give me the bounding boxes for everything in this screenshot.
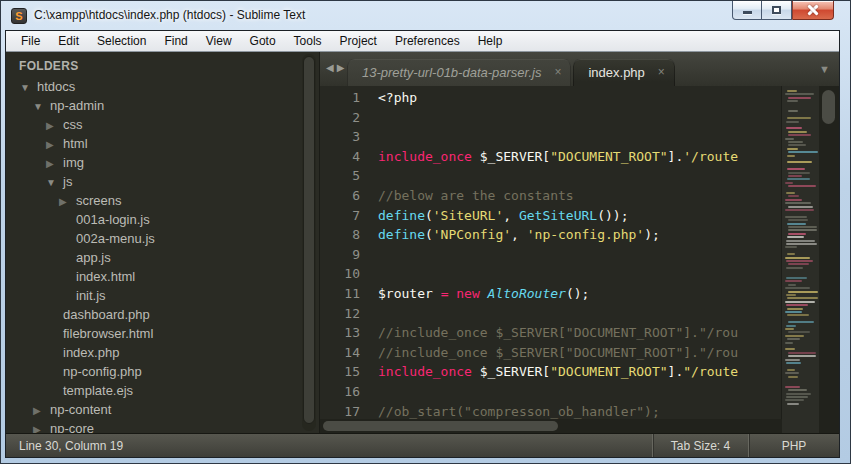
minimap-line bbox=[788, 226, 817, 228]
code-line-4[interactable]: 4include_once $_SERVER["DOCUMENT_ROOT"].… bbox=[320, 147, 839, 167]
code-line-5[interactable]: 5 bbox=[320, 166, 839, 186]
code-line-16[interactable]: 16 bbox=[320, 382, 839, 402]
editor-vscroll-thumb[interactable] bbox=[822, 90, 835, 124]
folder-closed-icon[interactable]: ▶ bbox=[46, 154, 63, 173]
window-frame: FileEditSelectionFindViewGotoToolsProjec… bbox=[5, 30, 840, 458]
minimap-line bbox=[788, 172, 810, 174]
code-token: ( bbox=[425, 227, 433, 242]
tab-nav-right-icon[interactable]: ▶ bbox=[337, 62, 348, 73]
tree-folder-np-admin[interactable]: ▼np-admin bbox=[6, 96, 319, 115]
code-token: include_once bbox=[378, 364, 472, 379]
code-line-11[interactable]: 11$router = new AltoRouter(); bbox=[320, 284, 839, 304]
menu-project[interactable]: Project bbox=[331, 31, 386, 51]
folder-closed-icon[interactable]: ▶ bbox=[46, 135, 63, 154]
tab-index.php[interactable]: index.php× bbox=[573, 59, 674, 86]
tree-file-002a-menu.js[interactable]: 002a-menu.js bbox=[6, 229, 319, 248]
close-button[interactable] bbox=[792, 1, 834, 20]
tab-13-pretty-url-01b-data-parser.js[interactable]: 13-pretty-url-01b-data-parser.js× bbox=[347, 59, 571, 86]
code-line-10[interactable]: 10 bbox=[320, 264, 839, 284]
minimap-line bbox=[785, 359, 800, 361]
tree-folder-css[interactable]: ▶css bbox=[6, 115, 319, 134]
tree-file-dashboard.php[interactable]: dashboard.php bbox=[6, 305, 319, 324]
code-token: "DOCUMENT_ROOT" bbox=[550, 364, 667, 379]
code-line-2[interactable]: 2 bbox=[320, 108, 839, 128]
tree-folder-np-core[interactable]: ▶np-core bbox=[6, 419, 319, 433]
cursor-position: Line 30, Column 19 bbox=[6, 439, 123, 453]
code-line-6[interactable]: 6//below are the constants bbox=[320, 186, 839, 206]
editor-horizontal-scrollbar[interactable] bbox=[320, 419, 782, 433]
code-token: , bbox=[503, 208, 519, 223]
tree-folder-img[interactable]: ▶img bbox=[6, 153, 319, 172]
tree-file-index.html[interactable]: index.html bbox=[6, 267, 319, 286]
tree-folder-htdocs[interactable]: ▼htdocs bbox=[6, 77, 319, 96]
maximize-button[interactable] bbox=[762, 1, 792, 20]
menu-selection[interactable]: Selection bbox=[88, 31, 155, 51]
syntax-indicator[interactable]: PHP bbox=[749, 439, 839, 453]
code-line-1[interactable]: 1<?php bbox=[320, 88, 839, 108]
code-line-14[interactable]: 14//include_once $_SERVER["DOCUMENT_ROOT… bbox=[320, 343, 839, 363]
line-number: 3 bbox=[320, 127, 360, 147]
tree-folder-np-content[interactable]: ▶np-content bbox=[6, 400, 319, 419]
code-token: $_SERVER[ bbox=[472, 149, 550, 164]
tree-item-label: 001a-login.js bbox=[76, 212, 150, 227]
minimap-line bbox=[786, 260, 813, 262]
code-line-13[interactable]: 13//include_once $_SERVER["DOCUMENT_ROOT… bbox=[320, 323, 839, 343]
tree-folder-html[interactable]: ▶html bbox=[6, 134, 319, 153]
menu-tools[interactable]: Tools bbox=[285, 31, 331, 51]
tree-item-label: css bbox=[63, 117, 83, 132]
tree-file-app.js[interactable]: app.js bbox=[6, 248, 319, 267]
code-line-15[interactable]: 15include_once $_SERVER["DOCUMENT_ROOT"]… bbox=[320, 362, 839, 382]
code-line-7[interactable]: 7define('SiteURL', GetSiteURL()); bbox=[320, 206, 839, 226]
sidebar-scrollbar-thumb[interactable] bbox=[303, 56, 315, 424]
tree-file-index.php[interactable]: index.php bbox=[6, 343, 319, 362]
tab-nav-left-icon[interactable]: ◀ bbox=[326, 62, 337, 73]
tab-close-icon[interactable]: × bbox=[658, 59, 665, 86]
menu-find[interactable]: Find bbox=[155, 31, 196, 51]
tree-item-label: np-admin bbox=[50, 98, 104, 113]
folder-closed-icon[interactable]: ▶ bbox=[59, 192, 76, 211]
tree-folder-js[interactable]: ▼js bbox=[6, 172, 319, 191]
tree-file-001a-login.js[interactable]: 001a-login.js bbox=[6, 210, 319, 229]
tree-folder-screens[interactable]: ▶screens bbox=[6, 191, 319, 210]
titlebar[interactable]: S C:\xampp\htdocs\index.php (htdocs) - S… bbox=[1, 1, 850, 30]
minimap-line bbox=[788, 321, 814, 323]
editor-vertical-scrollbar[interactable] bbox=[819, 86, 839, 433]
menu-goto[interactable]: Goto bbox=[241, 31, 285, 51]
minimap-line bbox=[788, 291, 818, 293]
minimap-line bbox=[786, 127, 802, 129]
tab-size-indicator[interactable]: Tab Size: 4 bbox=[653, 439, 748, 453]
editor-hscroll-thumb[interactable] bbox=[323, 421, 558, 431]
menu-file[interactable]: File bbox=[12, 31, 49, 51]
tab-close-icon[interactable]: × bbox=[554, 59, 561, 86]
tab-nav-arrows[interactable]: ◀▶ bbox=[326, 62, 347, 73]
folder-open-icon[interactable]: ▼ bbox=[20, 78, 37, 97]
folder-closed-icon[interactable]: ▶ bbox=[33, 420, 50, 433]
code-pane[interactable]: 1<?php234include_once $_SERVER["DOCUMENT… bbox=[320, 86, 839, 433]
folder-closed-icon[interactable]: ▶ bbox=[33, 401, 50, 420]
tree-file-np-config.php[interactable]: np-config.php bbox=[6, 362, 319, 381]
menu-view[interactable]: View bbox=[197, 31, 241, 51]
tree-file-init.js[interactable]: init.js bbox=[6, 286, 319, 305]
code-line-9[interactable]: 9 bbox=[320, 245, 839, 265]
code-token: //include_once $_SERVER["DOCUMENT_ROOT"]… bbox=[378, 325, 738, 340]
minimap-line bbox=[787, 314, 809, 316]
folder-open-icon[interactable]: ▼ bbox=[46, 173, 63, 192]
folder-open-icon[interactable]: ▼ bbox=[33, 97, 50, 116]
minimize-button[interactable] bbox=[732, 1, 762, 20]
code-token: //include_once $_SERVER["DOCUMENT_ROOT"]… bbox=[378, 345, 738, 360]
tab-overflow-icon[interactable]: ▼ bbox=[819, 63, 830, 75]
menu-bar: FileEditSelectionFindViewGotoToolsProjec… bbox=[6, 31, 839, 52]
code-line-3[interactable]: 3 bbox=[320, 127, 839, 147]
menu-help[interactable]: Help bbox=[469, 31, 512, 51]
tree-file-template.ejs[interactable]: template.ejs bbox=[6, 381, 319, 400]
menu-edit[interactable]: Edit bbox=[49, 31, 88, 51]
minimap-line bbox=[785, 209, 814, 211]
code-line-8[interactable]: 8define('NPConfig', 'np-config.php'); bbox=[320, 225, 839, 245]
tree-file-filebrowser.html[interactable]: filebrowser.html bbox=[6, 324, 319, 343]
minimap-line bbox=[785, 311, 802, 313]
menu-preferences[interactable]: Preferences bbox=[386, 31, 469, 51]
minimap[interactable] bbox=[782, 86, 819, 433]
folder-closed-icon[interactable]: ▶ bbox=[46, 116, 63, 135]
code-line-12[interactable]: 12 bbox=[320, 304, 839, 324]
sidebar-scrollbar[interactable] bbox=[302, 54, 316, 431]
